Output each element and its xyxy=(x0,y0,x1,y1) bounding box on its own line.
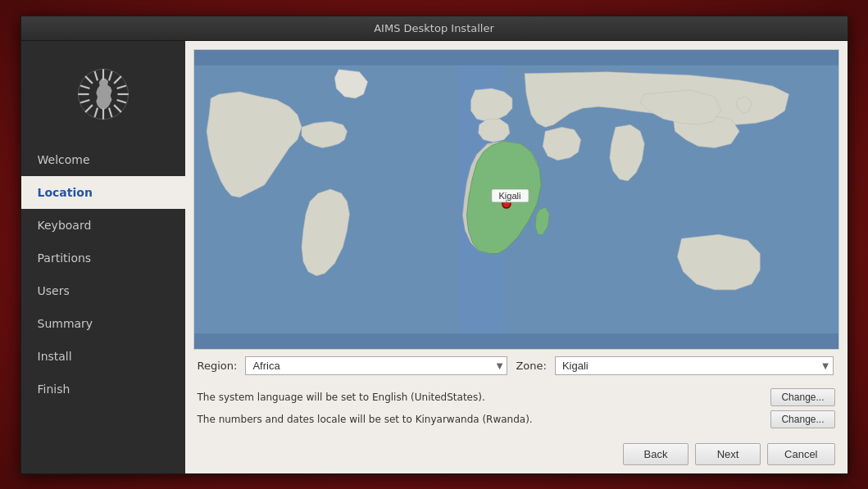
window-title: AIMS Desktop Installer xyxy=(374,22,494,34)
region-label: Region: xyxy=(198,360,238,372)
sidebar-item-keyboard[interactable]: Keyboard xyxy=(21,209,185,242)
sidebar-item-location[interactable]: Location xyxy=(21,176,185,209)
region-zone-controls: Region: Africa America Asia Atlantic Aus… xyxy=(193,350,839,382)
svg-line-7 xyxy=(114,76,121,84)
back-button[interactable]: Back xyxy=(623,443,688,465)
content-area: WelcomeLocationKeyboardPartitionsUsersSu… xyxy=(21,41,848,473)
locale-info-row: The numbers and dates locale will be set… xyxy=(198,410,835,428)
next-button[interactable]: Next xyxy=(695,443,761,465)
region-select[interactable]: Africa America Asia Atlantic Australia E… xyxy=(245,356,507,375)
sidebar-item-users[interactable]: Users xyxy=(21,274,185,307)
aims-logo-icon xyxy=(75,66,132,123)
locale-info-text: The numbers and dates locale will be set… xyxy=(198,414,771,425)
zone-select-wrapper: Kigali Nairobi Lagos Cairo Johannesburg … xyxy=(555,356,834,375)
svg-line-11 xyxy=(94,71,98,80)
svg-line-10 xyxy=(116,100,125,103)
svg-line-9 xyxy=(80,85,89,88)
titlebar: AIMS Desktop Installer xyxy=(21,16,848,41)
svg-line-16 xyxy=(94,107,98,116)
sidebar-item-summary[interactable]: Summary xyxy=(21,307,185,340)
navigation-buttons: Back Next Cancel xyxy=(193,439,839,465)
region-select-wrapper: Africa America Asia Atlantic Australia E… xyxy=(245,356,507,375)
svg-line-15 xyxy=(109,71,112,80)
change-language-button[interactable]: Change... xyxy=(770,388,834,406)
svg-line-12 xyxy=(109,107,112,116)
map-svg: Kigali xyxy=(194,50,838,349)
svg-line-6 xyxy=(114,105,121,112)
sidebar-item-install[interactable]: Install xyxy=(21,340,185,373)
svg-line-13 xyxy=(116,85,125,88)
change-locale-button[interactable]: Change... xyxy=(770,410,834,428)
svg-line-5 xyxy=(85,76,93,84)
sidebar: WelcomeLocationKeyboardPartitionsUsersSu… xyxy=(21,41,185,473)
locale-info-area: The system language will be set to Engli… xyxy=(193,382,839,439)
logo-area xyxy=(21,49,185,143)
sidebar-item-partitions[interactable]: Partitions xyxy=(21,242,185,274)
zone-label: Zone: xyxy=(516,360,546,372)
svg-text:Kigali: Kigali xyxy=(498,190,520,200)
sidebar-item-finish[interactable]: Finish xyxy=(21,373,185,405)
zone-select[interactable]: Kigali Nairobi Lagos Cairo Johannesburg xyxy=(555,356,834,375)
nav-list: WelcomeLocationKeyboardPartitionsUsersSu… xyxy=(21,143,185,405)
svg-line-8 xyxy=(85,105,93,112)
main-panel: Kigali Region: Africa America Asia Atlan… xyxy=(185,41,848,473)
language-info-text: The system language will be set to Engli… xyxy=(198,392,771,403)
sidebar-item-welcome[interactable]: Welcome xyxy=(21,143,185,176)
cancel-button[interactable]: Cancel xyxy=(767,443,834,465)
language-info-row: The system language will be set to Engli… xyxy=(198,388,835,406)
world-map[interactable]: Kigali xyxy=(193,49,839,350)
svg-line-14 xyxy=(80,100,89,103)
installer-window: AIMS Desktop Installer xyxy=(20,16,848,474)
